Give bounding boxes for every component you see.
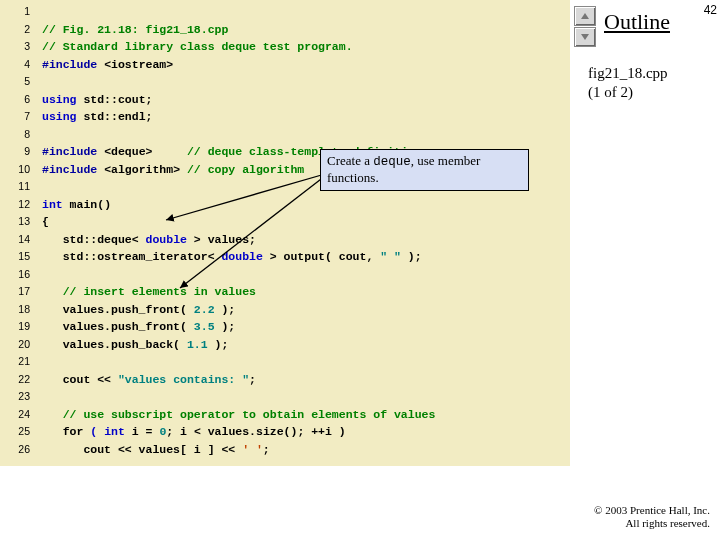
code-token: using <box>42 110 77 123</box>
line-number: 24 <box>2 406 30 424</box>
callout-code: deque <box>373 155 411 169</box>
code-token: ); <box>215 320 236 333</box>
code-token: "values contains: " <box>118 373 249 386</box>
line-number: 1 <box>2 3 30 21</box>
code-line: // use subscript operator to obtain elem… <box>42 408 435 421</box>
code-token: std::ostream_iterator< <box>42 250 221 263</box>
line-number: 25 <box>2 423 30 441</box>
code-token: std::deque< <box>42 233 146 246</box>
line-number: 7 <box>2 108 30 126</box>
code-token: // copy algorithm <box>180 163 304 176</box>
code-token: cout << values[ i ] << <box>42 443 242 456</box>
line-number: 15 <box>2 248 30 266</box>
code-token: ( <box>83 425 104 438</box>
code-token: double <box>146 233 187 246</box>
code-area: // Fig. 21.18: fig21_18.cpp // Standard … <box>34 0 570 466</box>
code-token: > output( cout, <box>263 250 380 263</box>
line-number: 18 <box>2 301 30 319</box>
code-token: for <box>42 425 83 438</box>
line-number: 21 <box>2 353 30 371</box>
code-token: i = <box>125 425 160 438</box>
line-number: 23 <box>2 388 30 406</box>
line-number: 9 <box>2 143 30 161</box>
code-token: ; i < values.size(); ++i ) <box>166 425 345 438</box>
code-token: values.push_back( <box>42 338 187 351</box>
callout-box: Create a deque, use member functions. <box>320 149 529 191</box>
code-token: ); <box>208 338 229 351</box>
line-number: 3 <box>2 38 30 56</box>
copyright-line: All rights reserved. <box>594 517 710 530</box>
code-line: // insert elements in values <box>42 285 256 298</box>
code-token: > values; <box>187 233 256 246</box>
code-token: <algorithm> <box>104 163 180 176</box>
line-number: 14 <box>2 231 30 249</box>
code-token: " " <box>380 250 401 263</box>
code-token: using <box>42 93 77 106</box>
next-slide-button[interactable] <box>574 27 596 47</box>
code-token: ); <box>401 250 422 263</box>
code-token: cout << <box>42 373 118 386</box>
file-label: fig21_18.cpp (1 of 2) <box>588 64 668 102</box>
line-number: 20 <box>2 336 30 354</box>
line-number: 26 <box>2 441 30 459</box>
code-token: main() <box>63 198 111 211</box>
code-token: ; <box>263 443 270 456</box>
line-number: 4 <box>2 56 30 74</box>
line-number: 5 <box>2 73 30 91</box>
code-token: std::cout; <box>77 93 153 106</box>
slide-number: 42 <box>704 3 717 17</box>
code-line: // Fig. 21.18: fig21_18.cpp <box>42 23 228 36</box>
code-token: ); <box>215 303 236 316</box>
code-token: int <box>42 198 63 211</box>
code-token: #include <box>42 58 104 71</box>
copyright: © 2003 Prentice Hall, Inc. All rights re… <box>594 504 710 530</box>
code-token: 3.5 <box>194 320 215 333</box>
line-number: 2 <box>2 21 30 39</box>
line-number-gutter: 1 2 3 4 5 6 7 8 9 10 11 12 13 14 15 16 1… <box>0 0 34 466</box>
code-token: ; <box>249 373 256 386</box>
code-line: { <box>42 215 49 228</box>
code-token: #include <box>42 163 104 176</box>
callout-text: Create a <box>327 153 373 168</box>
line-number: 17 <box>2 283 30 301</box>
line-number: 16 <box>2 266 30 284</box>
outline-heading: Outline <box>604 9 670 35</box>
line-number: 19 <box>2 318 30 336</box>
code-line: // Standard library class deque test pro… <box>42 40 353 53</box>
line-number: 6 <box>2 91 30 109</box>
file-label-page: (1 of 2) <box>588 83 668 102</box>
copyright-line: © 2003 Prentice Hall, Inc. <box>594 504 710 517</box>
code-token: ' ' <box>242 443 263 456</box>
line-number: 13 <box>2 213 30 231</box>
line-number: 11 <box>2 178 30 196</box>
code-token: int <box>104 425 125 438</box>
line-number: 12 <box>2 196 30 214</box>
code-token: values.push_front( <box>42 303 194 316</box>
code-panel: 1 2 3 4 5 6 7 8 9 10 11 12 13 14 15 16 1… <box>0 0 570 466</box>
line-number: 10 <box>2 161 30 179</box>
code-token: double <box>221 250 262 263</box>
code-token: 1.1 <box>187 338 208 351</box>
line-number: 8 <box>2 126 30 144</box>
code-token: <deque> <box>104 145 152 158</box>
line-number: 22 <box>2 371 30 389</box>
arrow-up-icon <box>580 12 590 20</box>
code-token: #include <box>42 145 104 158</box>
file-label-name: fig21_18.cpp <box>588 64 668 83</box>
code-token: <iostream> <box>104 58 173 71</box>
code-token: values.push_front( <box>42 320 194 333</box>
code-token: 2.2 <box>194 303 215 316</box>
code-token: std::endl; <box>77 110 153 123</box>
arrow-down-icon <box>580 33 590 41</box>
prev-slide-button[interactable] <box>574 6 596 26</box>
